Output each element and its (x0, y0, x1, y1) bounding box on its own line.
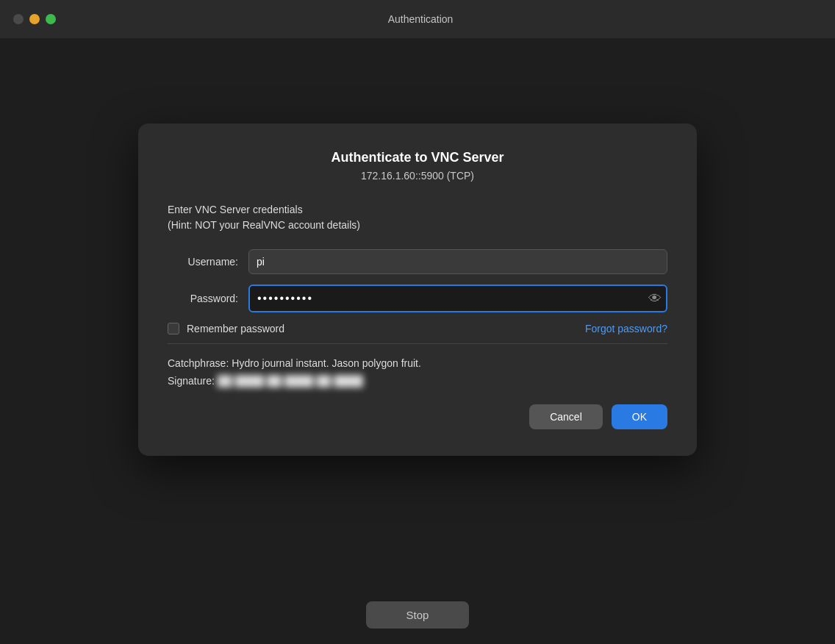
signature-value: ██ ████ ██ ████ ██ ████ (218, 375, 363, 387)
close-button[interactable] (13, 14, 24, 24)
signature-row: Signature: ██ ████ ██ ████ ██ ████ (168, 375, 667, 387)
remember-label: Remember password (187, 323, 284, 334)
titlebar: Authentication (0, 0, 835, 38)
toggle-password-icon[interactable]: 👁︎ (648, 291, 662, 307)
dialog-header: Authenticate to VNC Server 172.16.1.60::… (168, 150, 667, 182)
username-row: Username: (168, 249, 667, 274)
window-title: Authentication (56, 13, 785, 25)
catchphrase-row: Catchphrase: Hydro journal instant. Jaso… (168, 357, 667, 369)
catchphrase-value: Hydro journal instant. Jason polygon fru… (232, 357, 421, 369)
signature-label: Signature: (168, 375, 215, 387)
maximize-button[interactable] (46, 14, 56, 24)
minimize-button[interactable] (29, 14, 40, 24)
remember-checkbox[interactable] (168, 323, 179, 334)
remember-row: Remember password Forgot password? (168, 323, 667, 344)
password-row: Password: 👁︎ (168, 285, 667, 312)
password-label: Password: (168, 293, 248, 304)
password-wrapper: 👁︎ (248, 285, 667, 312)
button-row: Cancel OK (168, 404, 667, 429)
dialog-title: Authenticate to VNC Server (168, 150, 667, 165)
cancel-button[interactable]: Cancel (529, 404, 603, 429)
forgot-password-link[interactable]: Forgot password? (585, 323, 667, 334)
auth-dialog: Authenticate to VNC Server 172.16.1.60::… (138, 124, 697, 456)
stop-button[interactable]: Stop (366, 601, 470, 629)
bottom-area: Stop (366, 585, 470, 644)
info-section: Catchphrase: Hydro journal instant. Jaso… (168, 357, 667, 387)
username-input[interactable] (248, 249, 667, 274)
remember-left: Remember password (168, 323, 284, 334)
username-label: Username: (168, 256, 248, 268)
dialog-subtitle: 172.16.1.60::5900 (TCP) (168, 170, 667, 182)
ok-button[interactable]: OK (612, 404, 667, 429)
main-area: Authenticate to VNC Server 172.16.1.60::… (0, 38, 835, 585)
password-input[interactable] (248, 285, 667, 312)
traffic-lights (13, 14, 56, 24)
catchphrase-label: Catchphrase: (168, 357, 229, 369)
hint-text: Enter VNC Server credentials (Hint: NOT … (168, 202, 667, 233)
